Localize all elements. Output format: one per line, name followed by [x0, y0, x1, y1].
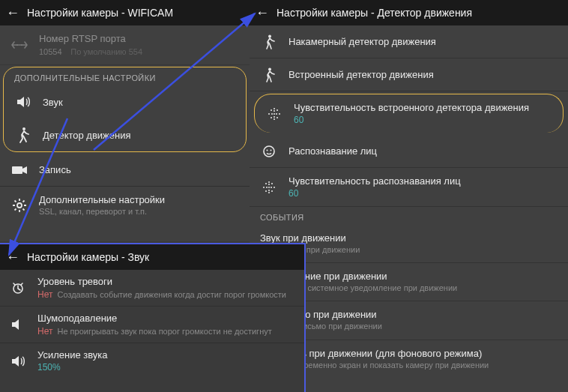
sensitivity-label: Чувствительность встроенного детектора д…	[294, 102, 552, 113]
grid-icon	[265, 107, 283, 121]
grid-icon	[260, 181, 278, 194]
svg-point-32	[271, 190, 273, 192]
face-sensitivity-row[interactable]: Чувствительность распознавания лиц 60	[250, 168, 568, 207]
face-icon	[260, 145, 278, 158]
gear-icon	[10, 198, 28, 213]
svg-point-23	[268, 181, 270, 183]
svg-point-9	[277, 109, 278, 111]
svg-point-1	[21, 44, 22, 46]
back-icon[interactable]: ←	[6, 5, 19, 21]
sound-label: Звук	[43, 97, 235, 108]
oncam-label: Накамерный детектор движения	[288, 36, 558, 47]
gain-label: Усиление звука	[37, 349, 295, 361]
svg-point-7	[274, 108, 275, 109]
alarm-level-row[interactable]: Уровень тревоги НетСоздавать событие дви…	[0, 270, 304, 307]
camera-icon	[10, 164, 28, 176]
rtsp-hint: По умолчанию 554	[70, 47, 142, 56]
svg-point-12	[274, 113, 275, 115]
gain-value: 150%	[37, 362, 295, 373]
additional-settings-group: ДОПОЛНИТЕЛЬНЫЕ НАСТРОЙКИ Звук Детектор д…	[3, 67, 247, 152]
svg-point-27	[266, 187, 268, 188]
header-title: Настройки камеры - Звук	[27, 251, 149, 263]
back-icon[interactable]: ←	[6, 250, 19, 265]
svg-point-26	[263, 187, 265, 188]
sound-icon	[9, 355, 27, 368]
walk-icon	[260, 34, 278, 49]
svg-point-5	[268, 34, 271, 37]
rtsp-icon	[10, 40, 28, 50]
svg-point-33	[268, 192, 270, 193]
extra-label: Дополнительные настройки	[39, 194, 239, 205]
svg-point-6	[268, 67, 271, 70]
header-title: Настройки камеры - WIFICAM	[27, 7, 173, 19]
svg-rect-3	[12, 166, 22, 174]
alarm-off: Нет	[37, 289, 52, 300]
walk-icon	[14, 127, 32, 143]
back-icon[interactable]: ←	[256, 5, 269, 21]
header-title: Настройки камеры - Детектор движения	[277, 7, 472, 19]
svg-point-15	[271, 117, 272, 118]
section-additional: ДОПОЛНИТЕЛЬНЫЕ НАСТРОЙКИ	[4, 67, 246, 85]
events-section: СОБЫТИЯ	[250, 207, 568, 225]
motion-row[interactable]: Детектор движения	[4, 118, 246, 151]
builtin-detector-row[interactable]: Встроенный детектор движения	[250, 58, 568, 91]
face-row[interactable]: Распознавание лиц	[250, 135, 568, 168]
sound-icon	[14, 95, 32, 109]
svg-point-0	[16, 44, 18, 46]
header-sound: ← Настройки камеры - Звук	[0, 244, 304, 270]
sensitivity-row[interactable]: Чувствительность встроенного детектора д…	[254, 94, 564, 133]
noise-sub: Не проигрывать звук пока порог громкости…	[57, 327, 271, 336]
svg-point-19	[274, 116, 275, 118]
svg-point-17	[274, 118, 275, 120]
camera-settings-main-panel: ← Настройки камеры - WIFICAM Номер RTSP …	[0, 0, 250, 241]
svg-point-2	[22, 127, 25, 130]
alarm-icon	[9, 280, 27, 295]
svg-point-14	[279, 113, 280, 115]
walk-icon	[260, 67, 278, 82]
extra-row[interactable]: Дополнительные настройки SSL, канал, пер…	[0, 187, 250, 224]
svg-point-18	[274, 110, 275, 112]
svg-point-21	[267, 149, 268, 151]
svg-point-28	[268, 187, 270, 188]
motion-label: Детектор движения	[43, 130, 235, 141]
noise-off: Нет	[37, 326, 52, 337]
noise-label: Шумоподавление	[37, 313, 295, 324]
svg-point-24	[265, 183, 267, 184]
header-main: ← Настройки камеры - WIFICAM	[0, 0, 250, 25]
face-sens-value: 60	[288, 188, 558, 199]
header-motion: ← Настройки камеры - Детектор движения	[250, 0, 568, 25]
record-label: Запись	[39, 164, 239, 175]
sound-settings-panel: ← Настройки камеры - Звук Уровень тревог…	[0, 243, 306, 392]
face-label: Распознавание лиц	[288, 145, 558, 157]
svg-point-22	[271, 149, 272, 151]
oncam-detector-row[interactable]: Накамерный детектор движения	[250, 25, 568, 58]
svg-point-16	[277, 117, 278, 118]
extra-sub: SSL, канал, переворот и т.п.	[39, 207, 239, 217]
svg-point-25	[271, 183, 273, 184]
svg-point-31	[265, 190, 267, 192]
event-sound-label: Звук при движении	[260, 232, 558, 244]
svg-point-34	[268, 184, 270, 185]
record-row[interactable]: Запись	[0, 154, 250, 187]
svg-point-30	[274, 187, 275, 188]
sound-row[interactable]: Звук	[4, 85, 246, 118]
svg-point-11	[271, 113, 273, 115]
noise-row[interactable]: Шумоподавление НетНе проигрывать звук по…	[0, 307, 304, 343]
svg-point-4	[17, 203, 22, 208]
mute-icon	[9, 318, 27, 331]
svg-point-13	[276, 113, 277, 115]
alarm-sub: Создавать событие движения когда достиг …	[57, 290, 286, 299]
svg-point-10	[268, 113, 270, 115]
gain-row[interactable]: Усиление звука 150%	[0, 343, 304, 379]
face-sens-label: Чувствительность распознавания лиц	[288, 175, 558, 187]
svg-point-29	[271, 187, 272, 188]
svg-point-20	[264, 146, 274, 157]
svg-point-35	[268, 190, 270, 191]
rtsp-label: Номер RTSP порта	[39, 33, 239, 44]
rtsp-value: 10554	[39, 47, 62, 56]
alarm-label: Уровень тревоги	[37, 276, 295, 287]
sensitivity-value: 60	[294, 115, 552, 125]
rtsp-port-row[interactable]: Номер RTSP порта 10554 По умолчанию 554	[0, 25, 250, 65]
svg-point-8	[271, 109, 272, 111]
builtin-label: Встроенный детектор движения	[288, 69, 558, 80]
